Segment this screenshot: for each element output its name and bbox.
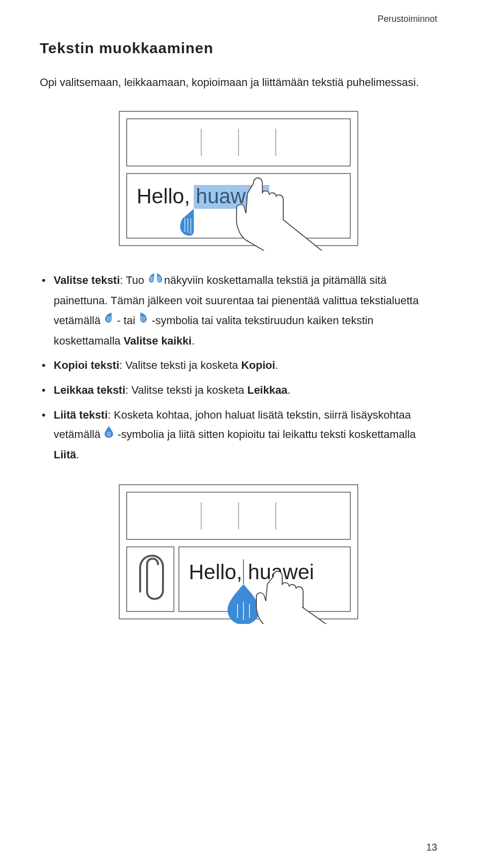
bullet-text-part: : Tuo [120,274,147,286]
bullet-select-text: Valitse teksti: Tuo näkyviin koskettamal… [40,270,437,350]
bullet-text-part: - tai [114,314,138,327]
selection-handles-pair-icon [148,270,163,290]
selection-handle-left-icon [104,310,113,330]
section-header: Perustoiminnot [378,14,437,24]
figure-text-paste: Hello, huawei [114,480,363,624]
selection-handle-right-icon [139,310,148,330]
bullet-bold-tail: Liitä [54,448,76,461]
bullet-label: Kopioi teksti [54,359,119,371]
bullet-text: : Valitse teksti ja kosketa [125,384,247,396]
bullet-tail: . [76,448,79,461]
figure-text-selection: Hello, huawei [114,106,363,251]
bullet-text: : Valitse teksti ja kosketa [119,359,241,371]
bullet-tail: . [192,335,195,347]
bullet-copy-text: Kopioi teksti: Valitse teksti ja kosketa… [40,355,437,375]
bullet-bold-tail: Valitse kaikki [124,335,192,347]
page-number: 13 [426,842,437,853]
figure2-text: Hello, huawei [189,560,314,584]
bullet-bold-tail: Leikkaa [247,384,288,396]
cursor-drop-icon [104,425,113,444]
bullet-tail: . [287,384,290,396]
bullet-bold-tail: Kopioi [241,359,275,371]
bullet-paste-text: Liitä teksti: Kosketa kohtaa, johon halu… [40,405,437,465]
bullet-tail: . [275,359,278,371]
bullet-cut-text: Leikkaa teksti: Valitse teksti ja kosket… [40,380,437,400]
page-title: Tekstin muokkaaminen [40,40,437,57]
bullet-label: Valitse teksti [54,274,120,286]
intro-paragraph: Opi valitsemaan, leikkaamaan, kopioimaan… [40,74,437,91]
bullet-text-part: -symbolia ja liitä sitten kopioitu tai l… [114,428,415,440]
instruction-list: Valitse teksti: Tuo näkyviin koskettamal… [40,270,437,465]
bullet-label: Leikkaa teksti [54,384,125,396]
bullet-label: Liitä teksti [54,409,108,421]
